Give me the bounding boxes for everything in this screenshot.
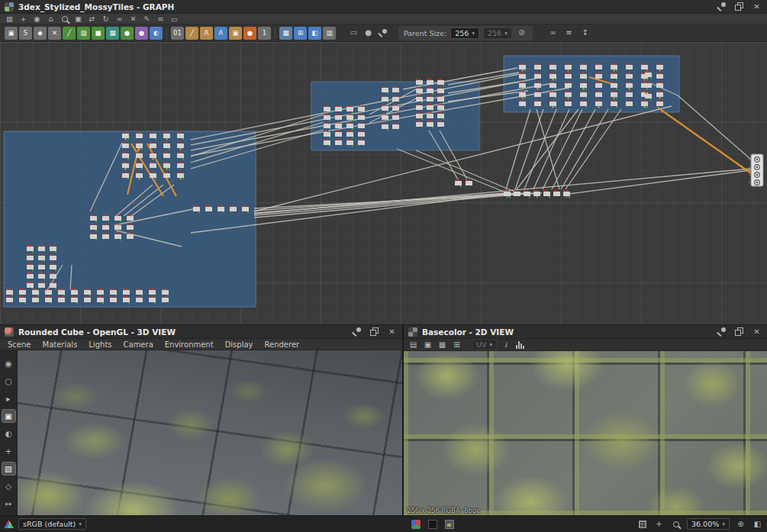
- graph-node[interactable]: [392, 124, 399, 129]
- graph-node[interactable]: [71, 290, 78, 295]
- close-panel-icon[interactable]: ✕: [751, 2, 762, 12]
- graph-node[interactable]: [114, 216, 121, 221]
- graph-node[interactable]: [19, 298, 26, 302]
- graph-node[interactable]: [136, 143, 143, 148]
- graph-node[interactable]: [27, 256, 34, 260]
- graph-node[interactable]: [346, 115, 353, 120]
- copy-image-icon[interactable]: ▦: [437, 340, 448, 350]
- graph-node[interactable]: [27, 265, 34, 269]
- graph-node[interactable]: [324, 132, 330, 137]
- trim-node-icon[interactable]: ✕: [48, 27, 61, 40]
- warp-node-icon[interactable]: ╱: [185, 27, 198, 40]
- graph-node[interactable]: [595, 83, 602, 88]
- pan-view-icon[interactable]: +: [653, 519, 665, 530]
- link-nodes-icon[interactable]: ∞: [547, 27, 559, 38]
- value-node-icon[interactable]: ▥: [323, 27, 336, 40]
- graph-node[interactable]: [102, 216, 109, 221]
- screenshot-icon[interactable]: ◉: [31, 14, 43, 24]
- graph-node[interactable]: [163, 134, 170, 138]
- resize-graph-icon[interactable]: ↕: [579, 27, 591, 38]
- zoom-fit-icon[interactable]: ▣: [73, 14, 84, 24]
- geometry-cube-icon[interactable]: ▧: [2, 463, 15, 475]
- zoom-level-dropdown[interactable]: 36.00%▾: [687, 518, 730, 530]
- graph-node[interactable]: [136, 153, 143, 158]
- graph-node[interactable]: [416, 97, 423, 102]
- graph-node[interactable]: [84, 290, 91, 295]
- graph-node[interactable]: [455, 181, 462, 185]
- center-view-icon[interactable]: ⊕: [735, 519, 746, 530]
- graph-node[interactable]: [38, 283, 45, 288]
- graph-node[interactable]: [656, 65, 663, 69]
- background-color-swatch[interactable]: [427, 519, 438, 530]
- graph-node[interactable]: [549, 102, 556, 106]
- camera-icon[interactable]: ◉: [2, 357, 15, 369]
- graph-node[interactable]: [346, 132, 353, 137]
- blend-node-icon[interactable]: ▦: [106, 27, 119, 40]
- graph-node[interactable]: [382, 115, 388, 120]
- graph-node[interactable]: [90, 216, 97, 221]
- graph-node[interactable]: [38, 247, 45, 251]
- graph-node[interactable]: [71, 298, 78, 302]
- graph-node[interactable]: [534, 83, 541, 88]
- graph-node[interactable]: [504, 192, 511, 196]
- graph-node[interactable]: [626, 83, 633, 88]
- shape-node-icon[interactable]: ◆: [34, 27, 47, 40]
- graph-node[interactable]: [150, 173, 156, 178]
- menu-scene[interactable]: Scene: [8, 340, 31, 349]
- graph-node[interactable]: [346, 124, 353, 128]
- graph-node[interactable]: [242, 207, 249, 211]
- distance-node-icon[interactable]: ▣: [229, 27, 242, 40]
- graph-node[interactable]: [136, 298, 143, 302]
- graph-node[interactable]: [32, 290, 39, 295]
- graph-node[interactable]: [553, 192, 560, 196]
- graph-node[interactable]: [519, 92, 526, 97]
- axis-icon[interactable]: ◇: [2, 480, 15, 492]
- graph-node[interactable]: [392, 106, 399, 111]
- graph-node[interactable]: [427, 89, 433, 93]
- graph-node[interactable]: [580, 83, 587, 88]
- info-icon[interactable]: i: [500, 340, 511, 350]
- pin-panel-icon[interactable]: [716, 2, 727, 12]
- display-filter-icon[interactable]: ◧: [752, 519, 763, 530]
- graph-node[interactable]: [626, 92, 633, 97]
- graph-node[interactable]: [595, 102, 602, 106]
- needle-pin-icon[interactable]: [377, 27, 388, 38]
- graph-node[interactable]: [416, 114, 423, 118]
- blur-node-icon[interactable]: ●: [121, 27, 134, 40]
- move-tool-icon[interactable]: +: [18, 14, 29, 24]
- graph-node[interactable]: [611, 102, 617, 106]
- graph-node[interactable]: [656, 102, 663, 106]
- graph-node[interactable]: [656, 83, 663, 88]
- relayout-icon[interactable]: ↻: [100, 14, 111, 24]
- graph-node[interactable]: [437, 114, 444, 118]
- graph-node[interactable]: [358, 132, 365, 137]
- graph-node[interactable]: [58, 290, 65, 295]
- close-panel-icon[interactable]: ✕: [751, 327, 762, 337]
- graph-node[interactable]: [437, 122, 444, 127]
- graph-node[interactable]: [358, 115, 365, 120]
- tile-sampler-node-icon[interactable]: ◧: [308, 27, 321, 40]
- graph-node[interactable]: [19, 290, 26, 295]
- graph-node[interactable]: [163, 143, 170, 148]
- float-panel-icon[interactable]: [733, 327, 745, 337]
- graph-node[interactable]: [641, 102, 648, 106]
- graph-node[interactable]: [193, 207, 200, 211]
- graph-node[interactable]: [127, 216, 134, 221]
- graph-node[interactable]: [645, 94, 652, 98]
- graph-node[interactable]: [50, 256, 56, 260]
- levels-node-icon[interactable]: 1: [258, 27, 271, 40]
- graph-node[interactable]: [177, 134, 184, 138]
- graph-node[interactable]: [218, 207, 224, 211]
- graph-node[interactable]: [162, 298, 169, 302]
- uniform-color-node-icon[interactable]: ■: [92, 27, 105, 40]
- graph-node[interactable]: [230, 207, 237, 211]
- graph-node[interactable]: [163, 153, 170, 158]
- cut-link-icon[interactable]: ✕: [127, 14, 139, 24]
- move-icon[interactable]: +: [2, 445, 15, 457]
- graph-node[interactable]: [427, 97, 433, 102]
- grid-view-icon[interactable]: [636, 519, 648, 530]
- graph-node[interactable]: [392, 88, 399, 92]
- graph-node[interactable]: [565, 74, 572, 79]
- graph-node[interactable]: [416, 122, 423, 127]
- menu-renderer[interactable]: Renderer: [265, 340, 300, 349]
